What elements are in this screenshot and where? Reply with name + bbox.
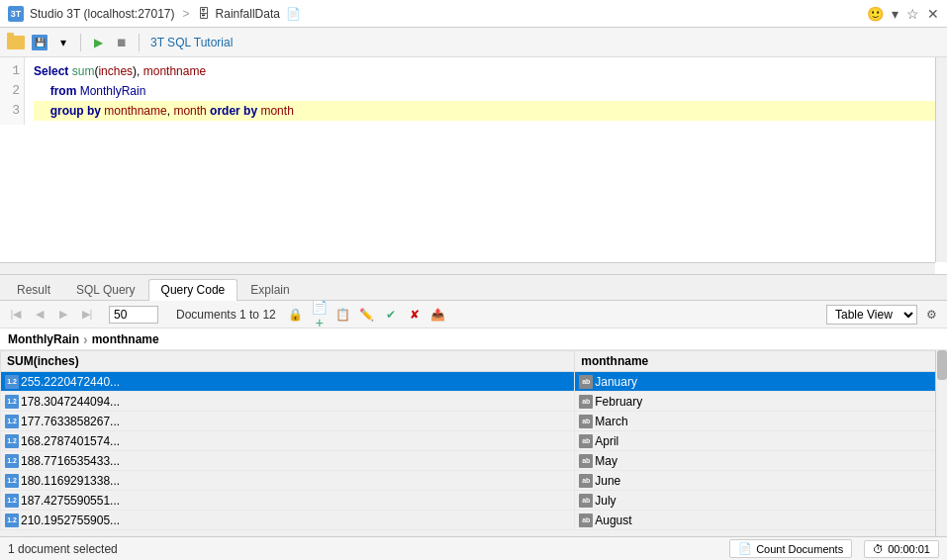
string-type-icon: ab (579, 434, 593, 448)
save-icon: 💾 (32, 35, 47, 50)
tab-explain[interactable]: Explain (237, 279, 302, 300)
run-button[interactable]: ▶ (88, 33, 108, 52)
table-row[interactable]: 1.2168.2787401574...abApril (1, 431, 947, 451)
table-row[interactable]: 1.2188.7716535433...abMay (1, 451, 947, 471)
row-type-icon: 1.2 (5, 474, 19, 488)
breadcrumb-collection: MonthlyRain (8, 332, 79, 346)
sum-value: 180.1169291338... (21, 474, 120, 488)
table-row[interactable]: 1.2180.1169291338...abJune (1, 471, 947, 491)
status-text: 1 document selected (8, 542, 118, 556)
month-value: February (595, 395, 642, 409)
string-type-icon: ab (579, 513, 593, 527)
app-icon: 3T (8, 6, 24, 22)
edit-doc-button[interactable]: ✏️ (357, 306, 377, 324)
edit-icon: ✏️ (359, 308, 374, 322)
tutorial-link[interactable]: 3T SQL Tutorial (150, 36, 233, 49)
lock-icon-btn[interactable]: 🔒 (286, 306, 306, 324)
settings-button[interactable]: ⚙ (921, 306, 941, 324)
line-num-2: 2 (0, 81, 24, 101)
cell-sum: 1.2210.1952755905... (1, 511, 575, 530)
add-doc-button[interactable]: 📄+ (310, 306, 330, 324)
tab-query-code[interactable]: Query Code (148, 279, 238, 301)
time-display[interactable]: ⏱ 00:00:01 (864, 540, 939, 558)
count-documents-button[interactable]: 📄 Count Documents (729, 539, 852, 558)
title-bar: 3T Studio 3T (localhost:27017) > 🗄 Rainf… (0, 0, 947, 28)
doc-count-label: Documents 1 to 12 (176, 308, 276, 322)
sum-value: 187.4275590551... (21, 494, 120, 508)
cell-sum: 1.2168.2787401574... (1, 431, 575, 451)
gear-icon: ⚙ (926, 308, 937, 322)
delete-button[interactable]: ✘ (405, 306, 425, 324)
lock-icon: 🔒 (288, 308, 303, 322)
table-row[interactable]: 1.2177.7633858267...abMarch (1, 412, 947, 431)
editor-horizontal-scrollbar[interactable] (0, 262, 935, 274)
sum-value: 255.2220472440... (21, 375, 120, 389)
stop-icon: ⏹ (116, 36, 128, 49)
nav-last-button[interactable]: ▶| (77, 306, 97, 324)
stop-button[interactable]: ⏹ (112, 33, 132, 52)
nav-next-button[interactable]: ▶ (53, 306, 73, 324)
string-type-icon: ab (579, 454, 593, 468)
col-monthname: monthname (575, 351, 947, 372)
nav-first-button[interactable]: |◀ (6, 306, 26, 324)
results-vertical-scrollbar[interactable] (935, 350, 947, 536)
month-value: March (595, 415, 627, 428)
chevron-down-icon: ▾ (60, 36, 66, 49)
result-tabs: Result SQL Query Query Code Explain (0, 275, 947, 301)
row-type-icon: 1.2 (5, 434, 19, 448)
row-type-icon: 1.2 (5, 513, 19, 527)
table-row[interactable]: 1.2187.4275590551...abJuly (1, 491, 947, 511)
cell-sum: 1.2177.7633858267... (1, 412, 575, 431)
toolbar-separator-1 (80, 34, 81, 51)
title-sep: > (183, 7, 190, 21)
editor-vertical-scrollbar[interactable] (935, 57, 947, 262)
tab-result[interactable]: Result (4, 279, 63, 300)
code-area[interactable]: Select sum(inches), monthname from Month… (30, 57, 947, 125)
tab-sql-query[interactable]: SQL Query (63, 279, 148, 300)
line-num-3: 3 (0, 101, 24, 121)
col-sum-inches: SUM(inches) (1, 351, 575, 372)
sum-value: 178.3047244094... (21, 395, 120, 409)
table-row[interactable]: 1.2210.1952755905...abAugust (1, 511, 947, 530)
scroll-thumb[interactable] (937, 350, 947, 380)
delete-icon: ✘ (410, 308, 420, 322)
export-button[interactable]: 📤 (428, 306, 448, 324)
month-value: June (595, 474, 620, 488)
table-row[interactable]: 1.2178.3047244094...abFebruary (1, 392, 947, 412)
string-type-icon: ab (579, 375, 593, 389)
breadcrumb: MonthlyRain › monthname (0, 328, 947, 350)
clone-icon: 📋 (335, 308, 350, 322)
clone-doc-button[interactable]: 📋 (333, 306, 353, 324)
cell-month: abMarch (575, 412, 947, 431)
string-type-icon: ab (579, 474, 593, 488)
string-type-icon: ab (579, 494, 593, 508)
window-sep: ▾ (892, 6, 899, 22)
save-dropdown-button[interactable]: ▾ (53, 33, 73, 52)
string-type-icon: ab (579, 395, 593, 409)
code-line-3: group by monthname, month order by month (34, 101, 943, 121)
cell-month: abJune (575, 471, 947, 491)
page-size-input[interactable] (109, 306, 158, 324)
save-button[interactable]: 💾 (30, 33, 49, 52)
sum-value: 168.2787401574... (21, 434, 120, 448)
line-num-1: 1 (0, 61, 24, 81)
cell-month: abJanuary (575, 372, 947, 392)
month-value: August (595, 513, 631, 527)
table-scroll-area[interactable]: SUM(inches) monthname 1.2255.2220472440.… (0, 350, 947, 536)
row-type-icon: 1.2 (5, 454, 19, 468)
folder-button[interactable] (6, 33, 26, 52)
cell-sum: 1.2180.1169291338... (1, 471, 575, 491)
table-row[interactable]: 1.2255.2220472440...abJanuary (1, 372, 947, 392)
code-line-1: Select sum(inches), monthname (34, 61, 943, 81)
run-icon: ▶ (94, 36, 103, 49)
sql-editor[interactable]: 1 2 3 Select sum(inches), monthname from… (0, 57, 947, 275)
view-select[interactable]: Table View Tree View JSON View (826, 305, 917, 325)
status-right: 📄 Count Documents ⏱ 00:00:01 (729, 539, 939, 558)
row-type-icon: 1.2 (5, 494, 19, 508)
sum-value: 210.1952755905... (21, 513, 120, 527)
nav-prev-button[interactable]: ◀ (30, 306, 49, 324)
check-button[interactable]: ✔ (381, 306, 401, 324)
string-type-icon: ab (579, 415, 593, 428)
window-controls: 🙂 ▾ ☆ ✕ (867, 6, 939, 22)
cell-sum: 1.2255.2220472440... (1, 372, 575, 392)
